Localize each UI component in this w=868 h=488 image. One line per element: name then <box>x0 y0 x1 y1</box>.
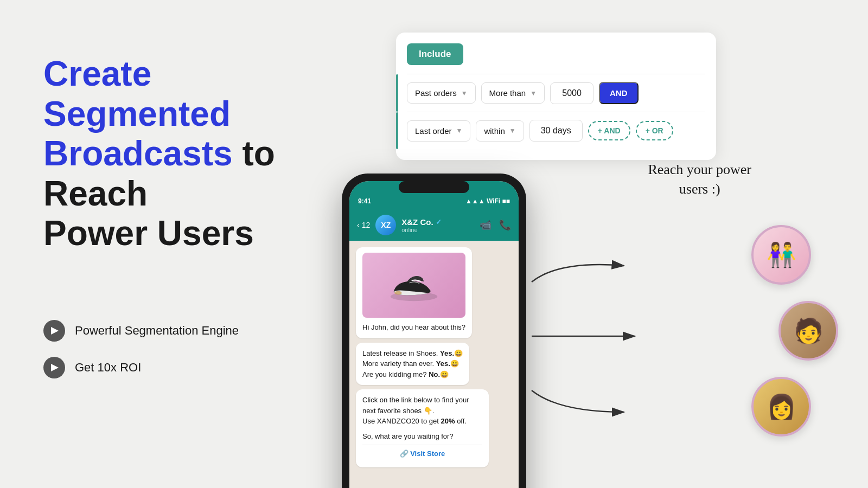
and-button[interactable]: AND <box>599 82 639 104</box>
wa-action-icons: 📹 📞 <box>480 219 511 231</box>
operator-select-1[interactable]: More than ▼ <box>481 82 545 104</box>
phone-mockup: 9:41 ▲▲▲ WiFi ■■ ‹ 12 XZ X&Z Co. ✓ onlin… <box>342 174 537 477</box>
operator-select-2[interactable]: within ▼ <box>476 120 524 142</box>
add-or-button[interactable]: + OR <box>636 121 673 140</box>
chat-bubble-text: Latest release in Shoes. Yes.😀 More vari… <box>356 343 469 386</box>
field-label-1: Past orders <box>415 88 457 98</box>
chevron-down-icon-3: ▼ <box>456 127 463 134</box>
contact-name: X&Z Co. ✓ <box>401 217 474 227</box>
field-label-2: Last order <box>415 126 452 136</box>
wa-header: ‹ 12 XZ X&Z Co. ✓ online 📹 📞 <box>349 209 519 241</box>
reach-line2: users :) <box>679 181 720 197</box>
headline-dark-part4: Power Users <box>43 214 254 253</box>
chat-body: Hi John, did you hear about this? Latest… <box>349 241 519 488</box>
user-avatar-1: 👫 <box>751 225 811 285</box>
headline-section: Create Segmented Broadcasts to Reach Pow… <box>43 54 336 254</box>
reach-label: Reach your power users :) <box>648 160 751 200</box>
feature-roi: Get 10x ROI <box>43 357 239 378</box>
product-image <box>362 253 465 318</box>
user-avatars-container: 👫 🧑 👩 <box>751 225 838 436</box>
visit-store-button[interactable]: 🔗 Visit Store <box>362 445 482 462</box>
field-select-2[interactable]: Last order ▼ <box>407 120 470 142</box>
avatar-2-icon: 🧑 <box>781 303 836 358</box>
play-icon-roi <box>43 357 65 378</box>
value-label-2: 30 days <box>541 126 571 135</box>
user-avatar-3: 👩 <box>751 377 811 436</box>
segment-panel: Include Past orders ▼ More than ▼ 5000 A… <box>396 33 716 160</box>
add-and-button[interactable]: + AND <box>588 121 630 140</box>
user-avatar-2: 🧑 <box>778 301 838 361</box>
phone-notch <box>399 181 469 193</box>
feature-segmentation: Powerful Segmentation Engine <box>43 320 239 342</box>
value-input-1[interactable]: 5000 <box>550 82 593 104</box>
chevron-down-icon-2: ▼ <box>530 89 537 97</box>
phone-screen: 9:41 ▲▲▲ WiFi ■■ ‹ 12 XZ X&Z Co. ✓ onlin… <box>349 181 519 488</box>
chat-text-1: Hi John, did you hear about this? <box>362 322 465 333</box>
avatar-1-icon: 👫 <box>754 227 809 282</box>
feature-segmentation-label: Powerful Segmentation Engine <box>75 324 239 338</box>
filter-row-2: Last order ▼ within ▼ 30 days + AND + OR <box>407 112 705 149</box>
back-button[interactable]: ‹ 12 <box>357 221 370 229</box>
phone-signal: ▲▲▲ WiFi ■■ <box>465 197 510 205</box>
headline-blue-part1: Create Segmented <box>43 54 231 133</box>
chevron-down-icon-1: ▼ <box>461 89 468 97</box>
phone-shell: 9:41 ▲▲▲ WiFi ■■ ‹ 12 XZ X&Z Co. ✓ onlin… <box>342 174 526 488</box>
operator-label-1: More than <box>489 88 526 98</box>
contact-avatar: XZ <box>375 215 396 235</box>
include-button[interactable]: Include <box>407 43 463 65</box>
chat-text-3: Click on the link below to find your nex… <box>362 395 482 427</box>
operator-label-2: within <box>484 126 505 136</box>
feature-roi-label: Get 10x ROI <box>75 361 141 375</box>
chat-bubble-image: Hi John, did you hear about this? <box>356 247 472 338</box>
phone-time: 9:41 <box>358 197 371 205</box>
back-count: 12 <box>362 221 371 229</box>
chevron-down-icon-4: ▼ <box>509 127 516 134</box>
contact-status: online <box>401 227 474 233</box>
shoe-illustration <box>387 264 441 307</box>
back-chevron-icon: ‹ <box>357 221 360 229</box>
svg-point-1 <box>394 291 401 295</box>
chat-bubble-link: Click on the link below to find your nex… <box>356 389 489 467</box>
video-call-icon[interactable]: 📹 <box>480 219 492 231</box>
chat-text-2: Latest release in Shoes. Yes.😀 More vari… <box>362 348 463 380</box>
contact-info: X&Z Co. ✓ online <box>401 217 474 233</box>
value-label-1: 5000 <box>562 88 582 98</box>
filter-row-1: Past orders ▼ More than ▼ 5000 AND <box>407 74 705 112</box>
field-select-1[interactable]: Past orders ▼ <box>407 82 476 104</box>
avatar-3-icon: 👩 <box>754 379 809 434</box>
chat-text-4: So, what are you waiting for? <box>362 431 482 442</box>
phone-call-icon[interactable]: 📞 <box>499 219 511 231</box>
arrows-illustration <box>515 228 705 466</box>
play-icon-segmentation <box>43 320 65 342</box>
verified-icon: ✓ <box>436 218 442 226</box>
headline-blue-part2: Broadcasts <box>43 134 233 173</box>
value-input-2[interactable]: 30 days <box>529 120 583 142</box>
reach-line1: Reach your power <box>648 162 751 177</box>
features-list: Powerful Segmentation Engine Get 10x ROI <box>43 320 239 378</box>
